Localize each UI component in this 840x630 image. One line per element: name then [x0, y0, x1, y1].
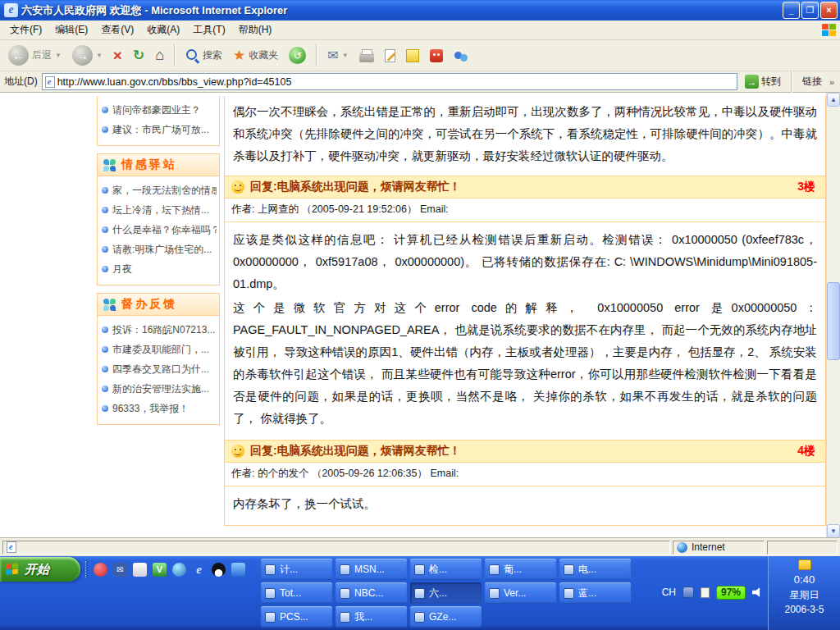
sidebar-link[interactable]: 96333，我举报！ [100, 399, 217, 418]
taskbar-button[interactable]: Ver... [485, 582, 556, 604]
language-indicator[interactable]: CH [662, 587, 676, 598]
taskbar-button[interactable]: 蓝... [559, 582, 631, 604]
reply-paragraph: 这个是微软官方对这个error code的解释， 0x10000050 erro… [233, 297, 817, 430]
favorites-label: 收藏夹 [249, 48, 278, 62]
messenger-icon[interactable] [231, 563, 245, 577]
sidebar-link[interactable]: 新的治安管理法实施... [100, 379, 217, 399]
sidebar-link[interactable]: 请问帝都豪园业主？ [100, 100, 217, 120]
volume-icon[interactable] [752, 587, 763, 597]
toolbar-grip[interactable] [85, 561, 88, 578]
sidebar-link-label: 四季春交叉路口为什... [112, 363, 209, 377]
qq-icon[interactable] [212, 563, 226, 577]
sidebar-link[interactable]: 月夜 [100, 259, 217, 279]
taskbar-button[interactable]: 我... [336, 606, 407, 628]
sidebar-link[interactable]: 请教:明珠广场住宅的... [100, 240, 217, 259]
taskbar-button[interactable]: NBC... [336, 582, 407, 604]
antivirus-icon[interactable]: V [153, 563, 167, 577]
notepad-icon[interactable] [133, 563, 147, 577]
network-icon[interactable] [172, 563, 186, 577]
mail-icon[interactable]: ✉ [113, 563, 127, 577]
app-icon [564, 588, 574, 599]
sidebar-link[interactable]: 坛上冷清，坛下热情... [100, 200, 217, 220]
clipboard-icon[interactable] [701, 587, 710, 598]
sidebar-link-label: 投诉：16路皖N07213... [112, 323, 215, 337]
scrollbar-track[interactable] [827, 107, 840, 524]
scroll-down-button[interactable]: ▼ [827, 524, 840, 538]
start-button[interactable]: 开始 [0, 557, 80, 582]
back-icon: ← [8, 45, 29, 66]
favorites-button[interactable]: ★ 收藏夹 [230, 45, 281, 66]
reply-title: 回复:电脑系统出现问题，烦请网友帮忙！ [250, 444, 461, 459]
forward-button[interactable]: → ▼ [69, 43, 106, 67]
taskbar-button[interactable]: 葡... [485, 559, 556, 580]
battery-indicator[interactable]: 97% [716, 586, 746, 600]
menu-view[interactable]: 查看(V) [94, 21, 140, 39]
stop-button[interactable]: × [110, 46, 126, 66]
reply-title: 回复:电脑系统出现问题，烦请网友帮忙！ [250, 180, 461, 194]
chevron-right-icon[interactable]: » [829, 77, 836, 87]
contacts-button[interactable] [450, 48, 472, 64]
taskbar-button-active[interactable]: 六... [410, 582, 482, 604]
system-tray: CH 97% [662, 583, 763, 601]
taskbar-button[interactable]: PCS... [261, 606, 332, 628]
search-button[interactable]: 搜索 [182, 47, 226, 64]
forum-sidebar: 请问帝都豪园业主？ 建议：市民广场可放... 情感驿站 [97, 96, 220, 432]
app-icon [489, 588, 500, 599]
edit-button[interactable] [381, 48, 399, 64]
maximize-button[interactable]: ❐ [801, 2, 819, 19]
taskbar-button[interactable]: 计... [261, 559, 332, 580]
print-button[interactable] [356, 48, 377, 64]
taskbar-button[interactable]: Tot... [261, 582, 332, 604]
back-button[interactable]: ← 后退 ▼ [5, 43, 65, 67]
app-icon [265, 564, 276, 575]
input-method-icon[interactable] [682, 587, 694, 598]
sidebar-link[interactable]: 建议：市民广场可放... [100, 120, 217, 139]
sidebar-link[interactable]: 投诉：16路皖N07213... [100, 320, 217, 340]
taskbar-button[interactable]: GZe... [410, 606, 482, 628]
discuss-button[interactable] [403, 48, 422, 64]
mail-button[interactable]: ✉ ▼ [324, 46, 351, 65]
sidebar-link[interactable]: 四季春交叉路口为什... [100, 359, 217, 379]
reply-paragraph: 应该是类似这样的信息吧： 计算机已经从检测错误后重新启动。检测错误： 0x100… [233, 229, 817, 295]
internet-explorer-icon[interactable]: e [192, 563, 206, 577]
history-button[interactable]: ↺ [285, 45, 309, 66]
sidebar-link[interactable]: 家，一段无法割舍的情感 [100, 180, 217, 200]
chevron-down-icon: ▼ [55, 52, 62, 59]
floor-badge: 4楼 [797, 444, 819, 459]
sidebar-link[interactable]: 市建委及职能部门，... [100, 340, 217, 359]
menu-help[interactable]: 帮助(H) [232, 21, 279, 39]
security-alert-icon[interactable] [798, 559, 811, 570]
menu-file[interactable]: 文件(F) [3, 21, 48, 39]
go-button[interactable]: → 转到 [742, 74, 784, 89]
bullet-icon [102, 107, 108, 113]
search-icon [185, 48, 199, 62]
taskbar-button[interactable]: MSN... [336, 559, 407, 580]
task-label: PCS... [280, 611, 308, 623]
menu-tools[interactable]: 工具(T) [186, 21, 231, 39]
refresh-button[interactable]: ↻ [130, 45, 148, 66]
menu-edit[interactable]: 编辑(E) [48, 21, 94, 39]
menu-favorites[interactable]: 收藏(A) [140, 21, 186, 39]
smiley-icon [231, 445, 244, 458]
scroll-up-button[interactable]: ▲ [827, 93, 840, 107]
scrollbar-thumb[interactable] [827, 282, 840, 360]
close-button[interactable]: × [820, 2, 838, 19]
tray-time: 0:40 [794, 573, 815, 587]
window-title: 六安市人民政府网 欢迎您 - Microsoft Internet Explor… [21, 3, 783, 18]
minimize-button[interactable]: _ [783, 2, 800, 19]
taskbar-button[interactable]: 电... [559, 559, 631, 580]
media-player-icon[interactable] [94, 563, 107, 577]
task-label: Ver... [504, 587, 526, 599]
clock-panel[interactable]: 0:40 星期日 2006-3-5 [768, 556, 840, 630]
messenger-button[interactable] [427, 48, 446, 64]
home-button[interactable]: ⌂ [152, 45, 167, 66]
bullet-icon [102, 346, 108, 353]
sidebar-link[interactable]: 什么是幸福？你幸福吗？ [100, 220, 217, 240]
titlebar[interactable]: e 六安市人民政府网 欢迎您 - Microsoft Internet Expl… [0, 0, 840, 21]
links-label[interactable]: 链接 [799, 75, 825, 89]
vertical-scrollbar[interactable]: ▲ ▼ [826, 93, 840, 538]
task-label: 电... [578, 563, 596, 577]
taskbar-button[interactable]: 检... [410, 559, 482, 580]
windows-logo-icon [822, 24, 837, 37]
address-input[interactable] [57, 76, 734, 88]
